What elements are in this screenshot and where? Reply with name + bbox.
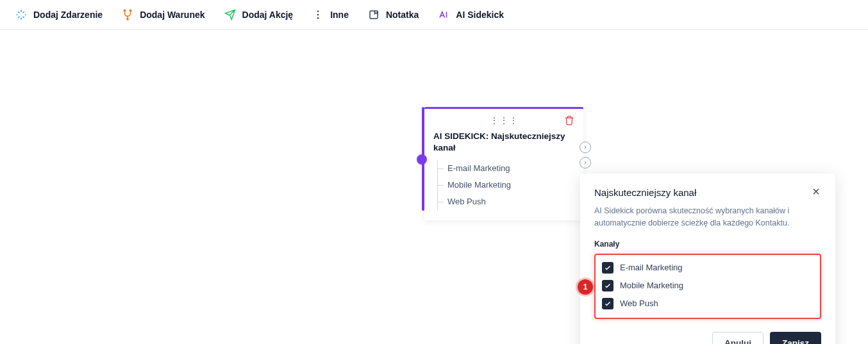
channel-option-mobile[interactable]: Mobile Marketing bbox=[601, 277, 815, 295]
chevron-right-icon bbox=[583, 160, 588, 165]
channel-label: Web Push bbox=[620, 299, 658, 308]
toolbar-note[interactable]: Notatka bbox=[368, 9, 419, 20]
node-input-port[interactable] bbox=[417, 154, 427, 165]
popup-description: AI Sidekick porówna skuteczność wybranyc… bbox=[594, 205, 821, 229]
node-output-port[interactable] bbox=[580, 157, 591, 168]
channel-label: Mobile Marketing bbox=[620, 281, 683, 290]
channel-option-email[interactable]: E-mail Marketing bbox=[601, 259, 815, 277]
popup-header: Najskuteczniejszy kanał bbox=[594, 186, 821, 199]
node-delete-button[interactable] bbox=[564, 115, 574, 128]
channel-label: E-mail Marketing bbox=[620, 263, 683, 272]
svg-point-3 bbox=[317, 10, 319, 12]
toolbar: Dodaj Zdarzenie Dodaj Warunek Dodaj Akcj… bbox=[0, 0, 868, 30]
toolbar-ai-sidekick[interactable]: AI Sidekick bbox=[438, 9, 504, 20]
popup-title: Najskuteczniejszy kanał bbox=[594, 187, 696, 198]
node-title: AI SIDEKICK: Najskuteczniejszy kanał bbox=[433, 131, 574, 154]
dots-vertical-icon bbox=[312, 9, 324, 20]
checkbox-checked[interactable] bbox=[602, 298, 613, 309]
send-icon bbox=[224, 9, 236, 20]
ai-icon bbox=[438, 9, 449, 20]
node-channel-item: E-mail Marketing bbox=[433, 160, 574, 177]
toolbar-add-condition[interactable]: Dodaj Warunek bbox=[122, 9, 204, 20]
svg-rect-6 bbox=[370, 11, 378, 19]
save-button[interactable]: Zapisz bbox=[770, 332, 821, 345]
toolbar-add-condition-label: Dodaj Warunek bbox=[140, 10, 204, 20]
channel-option-webpush[interactable]: Web Push bbox=[601, 295, 815, 313]
svg-point-0 bbox=[124, 10, 126, 11]
trash-icon bbox=[564, 115, 574, 126]
toolbar-ai-sidekick-label: AI Sidekick bbox=[456, 10, 504, 20]
toolbar-note-label: Notatka bbox=[386, 10, 419, 20]
checkbox-checked[interactable] bbox=[602, 262, 613, 274]
toolbar-add-action[interactable]: Dodaj Akcję bbox=[224, 9, 294, 20]
node-output-port[interactable] bbox=[580, 142, 591, 153]
svg-point-4 bbox=[317, 14, 319, 16]
step-badge: 1 bbox=[578, 279, 593, 295]
toolbar-other[interactable]: Inne bbox=[312, 9, 349, 20]
branch-icon bbox=[122, 9, 133, 20]
popup-section-label: Kanały bbox=[594, 240, 821, 249]
cancel-button[interactable]: Anuluj bbox=[712, 332, 764, 345]
workflow-node-ai-sidekick[interactable]: ⋮⋮⋮ AI SIDEKICK: Najskuteczniejszy kanał… bbox=[424, 107, 583, 220]
toolbar-add-action-label: Dodaj Akcję bbox=[242, 10, 294, 20]
node-drag-handle[interactable]: ⋮⋮⋮ bbox=[433, 115, 574, 126]
settings-popup: Najskuteczniejszy kanał AI Sidekick poró… bbox=[580, 174, 835, 344]
node-channel-item: Mobile Marketing bbox=[433, 177, 574, 193]
workflow-canvas[interactable]: ⋮⋮⋮ AI SIDEKICK: Najskuteczniejszy kanał… bbox=[0, 30, 868, 333]
chevron-right-icon bbox=[583, 145, 588, 150]
toolbar-other-label: Inne bbox=[330, 10, 349, 20]
checkbox-checked[interactable] bbox=[602, 280, 613, 291]
channels-selection-box: 1 E-mail Marketing Mobile Marketing Web … bbox=[594, 254, 821, 319]
svg-point-1 bbox=[130, 10, 131, 11]
check-icon bbox=[604, 300, 612, 307]
popup-close-button[interactable] bbox=[811, 186, 821, 199]
svg-point-5 bbox=[317, 17, 319, 19]
close-icon bbox=[811, 186, 821, 197]
check-icon bbox=[604, 264, 612, 272]
popup-footer: Anuluj Zapisz bbox=[594, 332, 821, 345]
note-icon bbox=[368, 9, 380, 20]
node-channel-list: E-mail Marketing Mobile Marketing Web Pu… bbox=[433, 160, 574, 210]
toolbar-add-event-label: Dodaj Zdarzenie bbox=[33, 10, 103, 20]
spark-icon bbox=[15, 9, 27, 20]
drag-dots-icon: ⋮⋮⋮ bbox=[490, 115, 519, 126]
check-icon bbox=[604, 282, 612, 290]
toolbar-add-event[interactable]: Dodaj Zdarzenie bbox=[15, 9, 103, 20]
node-channel-item: Web Push bbox=[433, 193, 574, 210]
svg-point-2 bbox=[127, 19, 128, 20]
